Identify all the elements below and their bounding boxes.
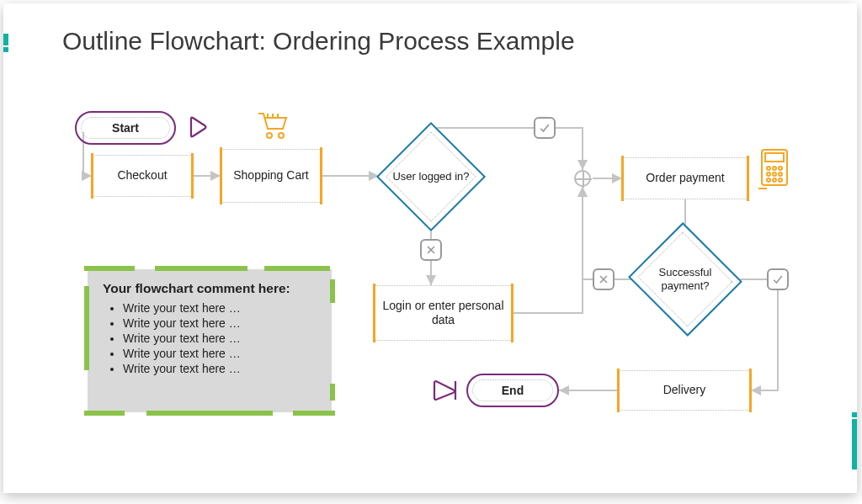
node-delivery: Delivery [618, 370, 751, 411]
comment-item: Write your text here … [123, 332, 317, 345]
node-start: Start [75, 111, 176, 145]
svg-point-5 [773, 167, 776, 170]
cart-icon [256, 111, 290, 145]
svg-point-10 [767, 178, 770, 182]
comment-item: Write your text here … [123, 362, 317, 375]
svg-point-1 [279, 133, 284, 138]
svg-point-11 [773, 178, 776, 182]
node-end: End [466, 374, 559, 407]
node-cart-label: Shopping Cart [233, 168, 309, 183]
svg-point-0 [267, 133, 272, 138]
node-shopping-cart: Shopping Cart [221, 149, 322, 203]
node-login: Login or enter personal data [374, 285, 513, 341]
connector-junction [574, 170, 591, 187]
svg-point-9 [779, 172, 782, 176]
comment-heading: Your flowchart comment here: [103, 281, 317, 296]
svg-point-6 [779, 167, 782, 170]
node-checkout: Checkout [92, 155, 193, 197]
cross-icon [593, 268, 615, 290]
node-order-payment: Order payment [622, 157, 748, 199]
terminal-icon [757, 148, 792, 195]
comment-item: Write your text here … [123, 316, 317, 330]
slide: Outline Flowchart: Ordering Process Exam… [3, 3, 857, 493]
node-delivery-label: Delivery [663, 383, 706, 398]
stop-icon [431, 376, 460, 408]
node-orderpay-label: Order payment [646, 171, 724, 186]
node-login-label: Login or enter personal data [375, 299, 512, 328]
comment-item: Write your text here … [123, 301, 317, 315]
comment-box: Your flowchart comment here: Write your … [88, 269, 332, 412]
check-icon [534, 117, 556, 139]
node-decision-loggedin: User logged in? [392, 138, 470, 215]
svg-point-12 [779, 178, 782, 182]
comment-item: Write your text here … [123, 347, 317, 360]
svg-rect-3 [765, 153, 784, 162]
node-loggedin-label: User logged in? [392, 170, 469, 183]
comment-list: Write your text here … Write your text h… [103, 301, 317, 375]
svg-point-7 [767, 172, 770, 176]
svg-point-4 [767, 167, 770, 170]
svg-point-8 [773, 172, 776, 176]
play-icon [185, 114, 210, 143]
node-decision-payment: Successful payment? [643, 241, 727, 318]
cross-icon [420, 239, 442, 261]
check-icon [767, 268, 789, 290]
node-checkout-label: Checkout [117, 168, 167, 183]
flowchart-canvas: Start Checkout Shopping Cart User [3, 3, 857, 493]
node-paysucc-label: Successful payment? [643, 266, 727, 294]
